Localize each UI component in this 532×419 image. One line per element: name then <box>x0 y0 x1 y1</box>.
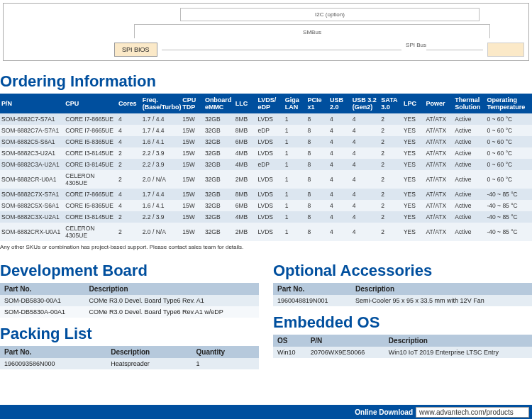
table-row: 1960093586N000Heatspreader1 <box>0 358 259 369</box>
table-cell: 4 <box>351 170 380 189</box>
col-header: Part No. <box>0 346 106 358</box>
table-cell: 2 <box>117 223 141 241</box>
table-cell: LVDS <box>256 211 283 223</box>
spi-bios-box: SPI BIOS <box>114 43 157 57</box>
table-cell: 15W <box>181 189 204 200</box>
table-cell: CORE I3-8145UE <box>64 159 117 170</box>
table-cell: Active <box>453 200 485 211</box>
table-cell: 1 <box>284 211 306 223</box>
col-header: P/N <box>306 335 384 347</box>
table-row: SOM-6882C3-U2A1CORE I3-8145UE22.2 / 3.91… <box>0 147 532 159</box>
dev-board-table: Part No.Description SOM-DB5830-00A1COMe … <box>0 283 259 318</box>
table-cell: LVDS <box>256 189 283 200</box>
col-header: CPU <box>64 94 117 113</box>
table-cell: YES <box>402 125 425 136</box>
table-cell: Active <box>453 136 485 147</box>
block-diagram: I2C (option) SMBus SPI BIOS SPI Bus <box>0 0 532 68</box>
table-cell: 1 <box>284 147 306 159</box>
table-cell: 1 <box>284 170 306 189</box>
table-cell: 15W <box>181 147 204 159</box>
table-cell: 20706WX9ES0066 <box>306 347 384 358</box>
table-cell: 4 <box>351 147 380 159</box>
table-cell: 1 <box>284 113 306 125</box>
table-cell: SOM-6882C3A-U2A1 <box>0 159 64 170</box>
table-cell: 2.2 / 3.9 <box>141 159 181 170</box>
table-cell: 2.2 / 3.9 <box>141 147 181 159</box>
col-header: Thermal Solution <box>453 94 485 113</box>
table-cell: 4MB <box>234 159 257 170</box>
table-cell: 1 <box>284 125 306 136</box>
table-cell: -40 ~ 85 °C <box>485 200 532 211</box>
table-cell: 1 <box>284 200 306 211</box>
table-row: SOM-6882C3X-U2A1CORE I3-8145UE22.2 / 3.9… <box>0 211 532 223</box>
table-cell: 2 <box>379 159 402 170</box>
col-header: Power <box>425 94 454 113</box>
table-cell: 1 <box>192 358 259 369</box>
ordering-note: Any other SKUs or combination has projec… <box>0 244 532 250</box>
table-cell: 32GB <box>204 189 234 200</box>
table-cell: 32GB <box>204 170 234 189</box>
table-cell: 8MB <box>234 189 257 200</box>
os-table: OSP/NDescription Win1020706WX9ES0066Win1… <box>273 335 532 358</box>
col-header: USB 2.0 <box>328 94 351 113</box>
table-cell: 15W <box>181 125 204 136</box>
packing-title: Packing List <box>0 325 259 343</box>
table-cell: 0 ~ 60 °C <box>485 147 532 159</box>
table-cell: 4 <box>328 211 351 223</box>
col-header: Freq. (Base/Turbo) <box>141 94 181 113</box>
footer-label: Online Download <box>355 408 413 416</box>
table-cell: CORE I7-8665UE <box>64 113 117 125</box>
accessories-table: Part No.Description 1960048819N001Semi-C… <box>273 283 532 306</box>
bus-spi-label: SPI Bus <box>406 42 426 48</box>
table-cell: SOM-6882C7A-S7A1 <box>0 125 64 136</box>
col-header: SATA 3.0 <box>379 94 402 113</box>
table-cell: Active <box>453 189 485 200</box>
table-cell: 2 <box>117 211 141 223</box>
table-cell: 1.7 / 4.4 <box>141 125 181 136</box>
col-header: Description <box>106 346 192 358</box>
table-cell: CORE I3-8145UE <box>64 211 117 223</box>
table-cell: 15W <box>181 113 204 125</box>
table-cell: 4 <box>328 159 351 170</box>
table-cell: YES <box>402 136 425 147</box>
table-cell: COMe R3.0 Devel. Board Type6 Rev. A1 <box>85 295 259 306</box>
table-cell: 4 <box>328 125 351 136</box>
table-cell: 4 <box>328 200 351 211</box>
table-cell: CORE I5-8365UE <box>64 200 117 211</box>
table-row: SOM-6882C5-S6A1CORE I5-8365UE41.6 / 4.11… <box>0 136 532 147</box>
table-cell: COMe R3.0 Devel. Board Type6 Rev.A1 w/eD… <box>85 306 259 318</box>
table-cell: AT/ATX <box>425 223 454 241</box>
table-cell: 4 <box>117 136 141 147</box>
table-cell: eDP <box>256 125 283 136</box>
table-cell: 32GB <box>204 211 234 223</box>
table-row: SOM-6882C7X-S7A1CORE I7-8665UE41.7 / 4.4… <box>0 189 532 200</box>
table-cell: YES <box>402 159 425 170</box>
table-cell: eDP <box>256 159 283 170</box>
col-header: Quantity <box>192 346 259 358</box>
table-cell: 4 <box>351 223 380 241</box>
bus-i2c-label: I2C (option) <box>181 11 479 18</box>
table-cell: YES <box>402 170 425 189</box>
table-row: SOM-6882C3A-U2A1CORE I3-8145UE22.2 / 3.9… <box>0 159 532 170</box>
table-cell: 1 <box>284 159 306 170</box>
table-cell: SOM-6882C5X-S6A1 <box>0 200 64 211</box>
table-cell: 8MB <box>234 113 257 125</box>
table-cell: 4 <box>117 125 141 136</box>
table-cell: CORE I7-8665UE <box>64 189 117 200</box>
footer: Online Download www.advantech.com/produc… <box>0 405 532 419</box>
table-cell: 1 <box>284 223 306 241</box>
ordering-title: Ordering Information <box>0 72 532 91</box>
packing-table: Part No.DescriptionQuantity 1960093586N0… <box>0 346 259 369</box>
os-title: Embedded OS <box>273 313 532 332</box>
table-cell: YES <box>402 147 425 159</box>
table-cell: 2 <box>117 170 141 189</box>
table-cell: LVDS <box>256 200 283 211</box>
table-cell: 6MB <box>234 200 257 211</box>
table-cell: 2 <box>379 136 402 147</box>
table-row: SOM-6882C7-S7A1CORE I7-8665UE41.7 / 4.41… <box>0 113 532 125</box>
table-cell: 2 <box>379 223 402 241</box>
table-cell: 2 <box>379 170 402 189</box>
col-header: OS <box>273 335 306 347</box>
table-cell: 6MB <box>234 136 257 147</box>
table-cell: SOM-6882C7-S7A1 <box>0 113 64 125</box>
